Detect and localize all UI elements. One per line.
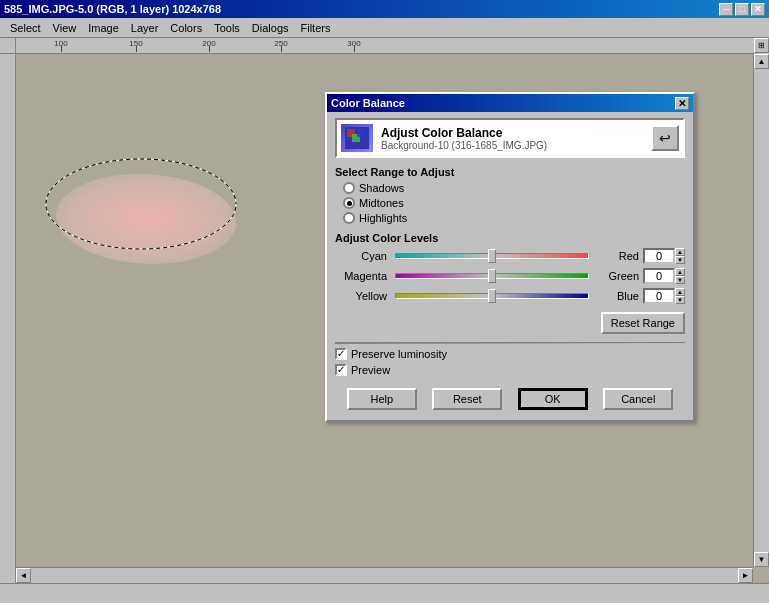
menu-bar: Select View Image Layer Colors Tools Dia… [0, 18, 769, 38]
color-balance-icon [345, 127, 369, 149]
ruler-row: 100 150 200 250 300 ⊞ [0, 38, 769, 54]
slider-row-magenta-green: Magenta Green ▲ ▼ [335, 268, 685, 284]
ruler-tick [61, 46, 62, 52]
spin-up-red[interactable]: ▲ [675, 248, 685, 256]
scroll-track-bottom[interactable] [31, 568, 738, 583]
menu-dialogs[interactable]: Dialogs [246, 20, 295, 36]
dialog-reset-icon-button[interactable]: ↩ [651, 125, 679, 151]
maximize-button[interactable]: □ [735, 3, 749, 16]
scroll-left-button[interactable]: ◄ [16, 568, 31, 583]
label-shadows: Shadows [359, 182, 404, 194]
label-yellow: Yellow [335, 290, 387, 302]
ruler-tick [354, 46, 355, 52]
radio-row-highlights[interactable]: Highlights [343, 212, 685, 224]
ruler-tick [281, 46, 282, 52]
spin-down-red[interactable]: ▼ [675, 256, 685, 264]
scrollbar-bottom[interactable]: ◄ ► [16, 567, 753, 583]
label-blue: Blue [597, 290, 639, 302]
slider-yellow-blue[interactable] [395, 293, 589, 299]
dialog-header-title: Adjust Color Balance [381, 126, 547, 140]
spin-up-blue[interactable]: ▲ [675, 288, 685, 296]
dialog-header-left: Adjust Color Balance Background-10 (316-… [341, 124, 547, 152]
status-bar [0, 583, 769, 603]
scroll-track-right[interactable] [754, 69, 769, 552]
dialog-close-button[interactable]: ✕ [675, 97, 689, 110]
input-red[interactable] [643, 248, 675, 264]
ruler-horizontal: 100 150 200 250 300 [16, 38, 754, 54]
input-blue[interactable] [643, 288, 675, 304]
slider-thumb-yellow-blue[interactable] [488, 289, 496, 303]
reset-range-button[interactable]: Reset Range [601, 312, 685, 334]
menu-tools[interactable]: Tools [208, 20, 246, 36]
menu-colors[interactable]: Colors [164, 20, 208, 36]
label-preserve-luminosity: Preserve luminosity [351, 348, 447, 360]
label-highlights: Highlights [359, 212, 407, 224]
label-magenta: Magenta [335, 270, 387, 282]
spinner-blue: ▲ ▼ [675, 288, 685, 304]
help-button[interactable]: Help [347, 388, 417, 410]
label-red: Red [597, 250, 639, 262]
ruler-vertical [0, 54, 16, 583]
input-green[interactable] [643, 268, 675, 284]
window-controls: ─ □ ✕ [719, 3, 765, 16]
scrollbar-right[interactable]: ▲ ▼ [753, 54, 769, 567]
range-radio-group: Shadows Midtones Highlights [335, 182, 685, 224]
checkbox-row-preview[interactable]: Preview [335, 364, 685, 376]
minimize-button[interactable]: ─ [719, 3, 733, 16]
paint-selection [56, 174, 236, 264]
dialog-header: Adjust Color Balance Background-10 (316-… [335, 118, 685, 158]
scroll-down-button[interactable]: ▼ [754, 552, 769, 567]
label-preview: Preview [351, 364, 390, 376]
radio-midtones[interactable] [343, 197, 355, 209]
sliders-section: Cyan Red ▲ ▼ Magenta [335, 248, 685, 304]
ok-button[interactable]: OK [518, 388, 588, 410]
checkbox-preview[interactable] [335, 364, 347, 376]
slider-row-cyan-red: Cyan Red ▲ ▼ [335, 248, 685, 264]
cancel-button[interactable]: Cancel [603, 388, 673, 410]
spin-up-green[interactable]: ▲ [675, 268, 685, 276]
radio-shadows[interactable] [343, 182, 355, 194]
ruler-tick [136, 46, 137, 52]
checkbox-preserve-luminosity[interactable] [335, 348, 347, 360]
spinner-red: ▲ ▼ [675, 248, 685, 264]
label-green: Green [597, 270, 639, 282]
spin-down-blue[interactable]: ▼ [675, 296, 685, 304]
radio-highlights[interactable] [343, 212, 355, 224]
radio-row-shadows[interactable]: Shadows [343, 182, 685, 194]
label-midtones: Midtones [359, 197, 404, 209]
slider-thumb-cyan-red[interactable] [488, 249, 496, 263]
title-bar: 585_IMG.JPG-5.0 (RGB, 1 layer) 1024x768 … [0, 0, 769, 18]
close-button[interactable]: ✕ [751, 3, 765, 16]
slider-input-group-red: ▲ ▼ [643, 248, 685, 264]
checkbox-row-luminosity[interactable]: Preserve luminosity [335, 348, 685, 360]
window-title: 585_IMG.JPG-5.0 (RGB, 1 layer) 1024x768 [4, 3, 221, 15]
slider-input-group-blue: ▲ ▼ [643, 288, 685, 304]
separator [335, 342, 685, 344]
color-balance-dialog: Color Balance ✕ Adjust Color Balance Bac… [325, 92, 695, 422]
scroll-up-button[interactable]: ▲ [754, 54, 769, 69]
reset-button[interactable]: Reset [432, 388, 502, 410]
ruler-scroll-btn[interactable]: ⊞ [754, 38, 769, 53]
levels-section-label: Adjust Color Levels [335, 232, 685, 244]
slider-thumb-magenta-green[interactable] [488, 269, 496, 283]
slider-magenta-green[interactable] [395, 273, 589, 279]
reset-range-row: Reset Range [335, 312, 685, 334]
menu-filters[interactable]: Filters [295, 20, 337, 36]
range-section-label: Select Range to Adjust [335, 166, 685, 178]
menu-layer[interactable]: Layer [125, 20, 165, 36]
slider-cyan-red[interactable] [395, 253, 589, 259]
scroll-right-button[interactable]: ► [738, 568, 753, 583]
menu-image[interactable]: Image [82, 20, 125, 36]
dialog-icon [341, 124, 373, 152]
dialog-title-text: Color Balance [331, 97, 405, 109]
spin-down-green[interactable]: ▼ [675, 276, 685, 284]
dialog-title-bar: Color Balance ✕ [327, 94, 693, 112]
menu-view[interactable]: View [47, 20, 83, 36]
svg-rect-5 [357, 129, 365, 137]
menu-select[interactable]: Select [4, 20, 47, 36]
radio-row-midtones[interactable]: Midtones [343, 197, 685, 209]
spinner-green: ▲ ▼ [675, 268, 685, 284]
ruler-corner [0, 38, 16, 54]
slider-row-yellow-blue: Yellow Blue ▲ ▼ [335, 288, 685, 304]
dialog-header-subtitle: Background-10 (316-1685_IMG.JPG) [381, 140, 547, 151]
